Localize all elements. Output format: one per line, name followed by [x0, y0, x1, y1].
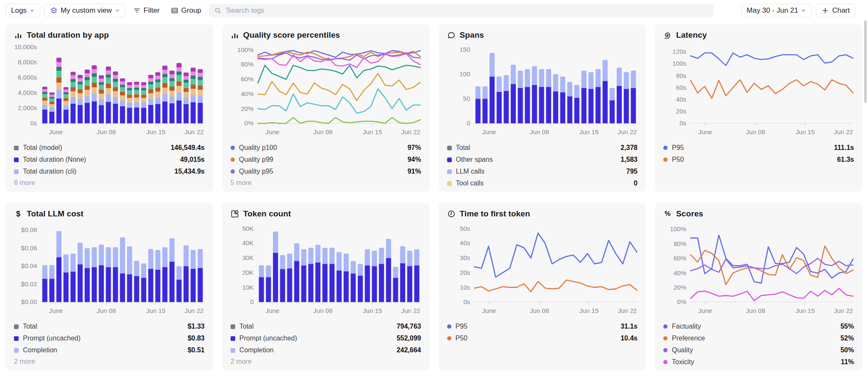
chart-plot[interactable]: 0%20%40%60%80%100%JuneJun 08Jun 15Jun 22	[663, 221, 854, 319]
logs-dropdown-label: Logs	[11, 6, 27, 15]
legend-item[interactable]: Preference52%	[663, 332, 854, 344]
legend-item[interactable]: P5010.4s	[447, 332, 638, 344]
logs-dropdown-button[interactable]: Logs	[6, 4, 40, 17]
search-input[interactable]	[225, 6, 709, 15]
legend-item[interactable]: LLM calls795	[447, 166, 638, 177]
chart-plot[interactable]: 0%20%40%60%80%100%JuneJun 08Jun 15Jun 22	[231, 43, 421, 140]
svg-text:8,000s: 8,000s	[18, 58, 37, 66]
card-header: Spans	[447, 29, 638, 41]
plus-icon	[821, 7, 829, 14]
percent-icon: %	[663, 210, 672, 218]
legend-item[interactable]: P9531.1s	[447, 321, 638, 332]
chart-plot[interactable]: 010K20K30K40K50KJuneJun 08Jun 15Jun 22	[231, 221, 421, 319]
svg-text:Jun 08: Jun 08	[313, 307, 332, 314]
svg-text:4,000s: 4,000s	[18, 89, 37, 96]
svg-text:Jun 15: Jun 15	[363, 128, 382, 136]
legend-value: 94%	[407, 156, 421, 163]
svg-text:Jun 15: Jun 15	[579, 128, 598, 136]
toolbar: Logs My custom view Filter Group	[6, 4, 855, 17]
filter-button[interactable]: Filter	[130, 4, 163, 17]
legend-label: Toxicity	[672, 358, 694, 366]
svg-text:80%: 80%	[241, 61, 253, 68]
legend-item[interactable]: Total duration (cli)15,434.9s	[14, 166, 205, 177]
legend-swatch	[14, 336, 19, 341]
filter-icon	[133, 7, 141, 14]
legend-more-toggle[interactable]: 2 more	[14, 356, 205, 365]
legend-value: 242,664	[397, 346, 421, 354]
chart-plot[interactable]: 0s2,000s4,000s6,000s8,000s10,000sJuneJun…	[14, 43, 205, 140]
search-bar[interactable]	[209, 4, 714, 17]
chart-card-total-llm-cost: $ Total LLM cost $0.00$0.02$0.04$0.06$0.…	[6, 203, 213, 371]
svg-text:10K: 10K	[242, 284, 253, 291]
legend-label: Prompt (uncached)	[23, 335, 81, 342]
legend-item[interactable]: Other spans1,583	[447, 154, 638, 166]
legend-item[interactable]: Completion$0.51	[14, 344, 205, 356]
svg-text:Jun 08: Jun 08	[530, 307, 549, 314]
svg-text:0s: 0s	[680, 119, 687, 127]
chart-plot[interactable]: 0s20s40s60s80s100s120sJuneJun 08Jun 15Ju…	[663, 43, 854, 140]
svg-text:10,000s: 10,000s	[14, 43, 37, 50]
chart-plot[interactable]: 0s10s20s30s40s50sJuneJun 08Jun 15Jun 22	[447, 221, 638, 319]
legend-item[interactable]: P5061.3s	[663, 154, 854, 166]
svg-text:100s: 100s	[673, 60, 687, 67]
legend-more-toggle[interactable]: 6 more	[14, 177, 205, 187]
svg-text:Jun 22: Jun 22	[618, 307, 637, 314]
legend-more-toggle[interactable]: 2 more	[231, 356, 421, 365]
legend-item[interactable]: P95111.1s	[663, 142, 854, 154]
date-range-button[interactable]: May 30 - Jun 21	[741, 4, 812, 17]
legend-label: P50	[456, 335, 467, 342]
svg-text:$0.08: $0.08	[21, 227, 37, 234]
legend-item[interactable]: Completion242,664	[231, 344, 421, 356]
legend-swatch	[447, 146, 452, 150]
layers-icon	[50, 7, 58, 14]
legend-label: P95	[456, 323, 467, 330]
svg-text:40%: 40%	[241, 90, 253, 97]
legend-item[interactable]: Prompt (uncached)552,099	[231, 332, 421, 344]
group-button[interactable]: Group	[167, 4, 205, 17]
legend-item[interactable]: Toxicity11%	[663, 356, 854, 368]
blocks-icon	[231, 210, 239, 218]
legend-item[interactable]: Total794,763	[231, 321, 421, 332]
legend-more-toggle[interactable]: 5 more	[231, 177, 421, 187]
legend-item[interactable]: Factuality55%	[663, 321, 854, 332]
legend-item[interactable]: Tool calls0	[447, 177, 638, 189]
legend-item[interactable]: Prompt (uncached)$0.83	[14, 332, 205, 344]
add-chart-button[interactable]: Chart	[816, 4, 855, 17]
legend-swatch	[231, 158, 235, 162]
custom-view-dropdown-button[interactable]: My custom view	[45, 4, 125, 17]
group-label: Group	[181, 6, 201, 15]
svg-text:$: $	[16, 210, 20, 218]
legend-label: P50	[672, 156, 684, 163]
svg-text:0: 0	[250, 298, 253, 305]
legend-item[interactable]: Quality p9994%	[231, 154, 421, 166]
svg-text:Jun 22: Jun 22	[401, 128, 420, 136]
svg-text:0s: 0s	[30, 119, 37, 127]
card-header: Latency	[663, 29, 854, 41]
legend-item[interactable]: Quality p9591%	[231, 166, 421, 177]
group-rows-icon	[171, 7, 178, 14]
legend-swatch	[231, 348, 235, 353]
legend-item[interactable]: Total (model)146,549.4s	[14, 142, 205, 154]
svg-text:40%: 40%	[673, 269, 686, 277]
legend-value: 146,549.4s	[171, 144, 205, 152]
legend-item[interactable]: Total duration (None)49,015s	[14, 154, 205, 166]
card-header: Token count	[231, 208, 421, 220]
legend-swatch	[447, 158, 452, 162]
legend-swatch	[231, 146, 235, 150]
legend-value: $1.33	[188, 323, 205, 330]
legend-item[interactable]: Quality50%	[663, 344, 854, 356]
chart-legend: Factuality55%Preference52%Quality50%Toxi…	[663, 321, 854, 368]
svg-text:0%: 0%	[244, 119, 253, 127]
legend-swatch	[447, 169, 452, 174]
svg-text:Jun 08: Jun 08	[97, 307, 116, 314]
svg-text:100: 100	[459, 70, 470, 77]
legend-item[interactable]: Total2,378	[447, 142, 638, 154]
legend-swatch	[663, 360, 668, 364]
scrollbar-thumb[interactable]	[864, 20, 867, 103]
svg-text:June: June	[49, 128, 63, 136]
legend-item[interactable]: Total$1.33	[14, 321, 205, 332]
legend-swatch	[663, 336, 668, 340]
chart-plot[interactable]: 050100150JuneJun 08Jun 15Jun 22	[447, 43, 638, 140]
chart-plot[interactable]: $0.00$0.02$0.04$0.06$0.08JuneJun 08Jun 1…	[14, 221, 205, 319]
legend-item[interactable]: Quality p10097%	[231, 142, 421, 154]
